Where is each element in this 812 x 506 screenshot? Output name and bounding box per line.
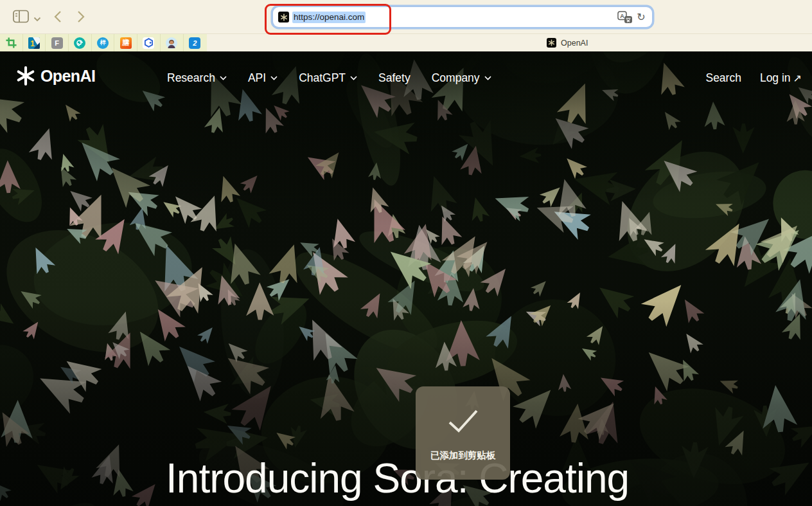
nav-research[interactable]: Research (167, 71, 227, 85)
sidebar-icon (13, 9, 30, 24)
tab-bar: 1 F 样 膳 (0, 34, 812, 51)
nav-label: API (248, 71, 266, 85)
bookmark-seal[interactable]: 样 (92, 34, 115, 51)
clipboard-toast: 已添加到剪贴板 (416, 386, 510, 480)
sidebar-toggle-button[interactable] (13, 9, 30, 24)
nav-label: Research (167, 71, 215, 85)
photos-icon: 1 (28, 37, 40, 49)
site-nav: OpenAI Research API ChatGPT Safety (0, 64, 812, 91)
svg-text:1: 1 (30, 39, 35, 48)
bookmark-shan[interactable]: 膳 (114, 34, 137, 51)
nav-search[interactable]: Search (705, 71, 741, 85)
nav-api[interactable]: API (248, 71, 278, 85)
nav-label: Log in (760, 71, 791, 85)
chevron-down-icon (220, 76, 227, 80)
nav-login[interactable]: Log in ↗ (760, 71, 802, 85)
sync-icon: 2 (189, 37, 200, 49)
nav-label: Search (705, 71, 741, 85)
openai-logo[interactable]: OpenAI (15, 66, 95, 86)
back-button[interactable] (53, 10, 63, 24)
f-icon: F (51, 37, 63, 49)
chevron-left-icon (53, 10, 62, 24)
openai-homepage-hero: OpenAI Research API ChatGPT Safety (0, 51, 812, 506)
bookmark-avatar[interactable] (161, 34, 184, 51)
bookmark-photos[interactable]: 1 (23, 34, 46, 51)
openai-favicon-icon (278, 12, 289, 23)
hero-background-image (0, 51, 812, 506)
forward-button[interactable] (76, 10, 86, 24)
primary-nav: Research API ChatGPT Safety Company (167, 64, 491, 91)
nav-chatgpt[interactable]: ChatGPT (299, 71, 357, 85)
spiral-icon (74, 37, 85, 49)
browser-toolbar: https://openai.com A ↻ (0, 0, 812, 34)
chevron-down-icon (484, 76, 491, 80)
headline-line-2: video from text (166, 502, 718, 506)
hexagon-icon (144, 38, 154, 48)
chevron-down-icon[interactable] (33, 14, 41, 20)
checkmark-icon (445, 408, 481, 434)
nav-label: Safety (378, 71, 410, 85)
svg-text:A: A (620, 13, 624, 19)
chevron-down-icon (270, 76, 278, 80)
tab-openai[interactable]: OpenAI (547, 36, 588, 50)
avatar-icon (166, 37, 177, 49)
nav-safety[interactable]: Safety (378, 71, 410, 85)
bookmark-spiral[interactable] (69, 34, 92, 51)
toast-message: 已添加到剪贴板 (430, 449, 496, 462)
shan-icon: 膳 (120, 37, 132, 49)
address-bar[interactable]: https://openai.com A ↻ (273, 7, 652, 27)
translate-icon[interactable]: A (617, 11, 633, 24)
reload-icon[interactable]: ↻ (635, 11, 647, 24)
seal-icon: 样 (97, 37, 109, 49)
bookmark-sync[interactable]: 2 (184, 34, 207, 51)
bookmark-hexagon[interactable] (137, 34, 161, 51)
chevron-right-icon (76, 10, 85, 24)
openai-wordmark: OpenAI (40, 67, 95, 86)
bookmark-crop[interactable] (0, 34, 23, 51)
bookmarks-bar: 1 F 样 膳 (0, 34, 207, 51)
external-link-arrow-icon: ↗ (793, 72, 802, 84)
openai-favicon-icon (547, 38, 556, 48)
nav-company[interactable]: Company (432, 71, 491, 85)
bookmark-f[interactable]: F (46, 34, 69, 51)
secondary-nav: Search Log in ↗ (705, 64, 802, 91)
nav-label: ChatGPT (299, 71, 346, 85)
crop-icon (6, 37, 17, 48)
url-input[interactable]: https://openai.com (292, 12, 366, 23)
browser-window: https://openai.com A ↻ (0, 0, 812, 506)
nav-label: Company (432, 71, 480, 85)
tab-title: OpenAI (561, 39, 588, 48)
chevron-down-icon (350, 76, 357, 80)
openai-mark-icon (15, 66, 36, 86)
